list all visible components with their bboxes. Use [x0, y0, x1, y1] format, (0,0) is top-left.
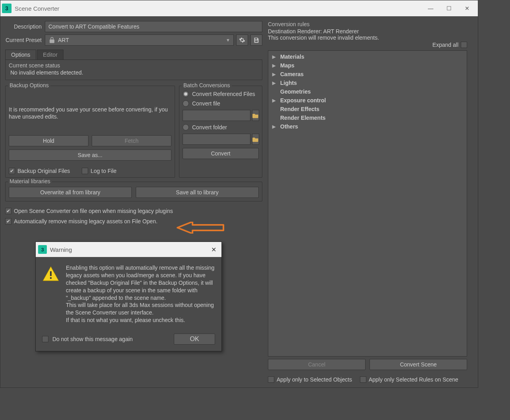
browse-file-button[interactable] [252, 110, 259, 121]
svg-rect-1 [50, 277, 52, 279]
dialog-text-1: Enabling this option will automatically … [66, 264, 215, 301]
tab-options[interactable]: Options [5, 50, 36, 59]
convert-folder-path[interactable] [183, 134, 250, 145]
expand-arrow-icon: ▶ [272, 98, 277, 103]
backup-original-checkbox[interactable] [9, 168, 15, 174]
svg-rect-0 [50, 271, 52, 276]
convert-file-path[interactable] [183, 110, 250, 121]
maximize-button[interactable]: ☐ [440, 2, 458, 14]
status-text: No invalid elements detected. [9, 69, 259, 77]
tab-editor[interactable]: Editor [37, 50, 64, 59]
tree-item[interactable]: ▶Cameras [270, 70, 465, 79]
tree-item-label: Lights [280, 80, 297, 86]
convert-button[interactable]: Convert [183, 148, 259, 159]
tree-item-label: Materials [280, 54, 304, 60]
close-button[interactable]: ✕ [458, 2, 476, 14]
dialog-text-2: This will take place for all 3ds Max ses… [66, 301, 215, 316]
convert-scene-button[interactable]: Convert Scene [370, 359, 467, 370]
titlebar: 3 Scene Converter — ☐ ✕ [0, 0, 478, 16]
rules-note: This conversion will remove invalid elem… [268, 35, 467, 41]
auto-remove-checkbox[interactable] [5, 218, 12, 224]
window-title: Scene Converter [15, 5, 421, 12]
expand-all-checkbox[interactable] [461, 42, 467, 48]
expand-arrow-icon: ▶ [272, 81, 277, 86]
batch-title: Batch Conversions [182, 82, 232, 88]
apply-selected-rules-checkbox[interactable] [360, 376, 366, 383]
right-panel: Conversion rules Destination Renderer: A… [268, 21, 467, 383]
folder-icon [252, 113, 259, 118]
gear-icon [239, 37, 245, 43]
status-title: Current scene status [9, 62, 259, 69]
save-as-button[interactable]: Save as... [9, 150, 171, 161]
dont-show-label: Do not show this message again [52, 336, 133, 342]
tree-item-label: Maps [280, 62, 294, 69]
tree-item-label: Render Elements [280, 115, 325, 121]
browse-folder-button[interactable] [252, 134, 259, 145]
save-library-button[interactable]: Save all to library [136, 187, 259, 198]
preset-select[interactable]: ART ▼ [45, 35, 234, 46]
rules-tree: ▶Materials▶Maps▶Cameras▶LightsGeometries… [268, 50, 467, 357]
backup-hint: It is recommended you save your scene be… [9, 106, 171, 120]
tree-item[interactable]: Geometries [270, 87, 465, 96]
expand-arrow-icon: ▶ [272, 124, 277, 129]
preset-value: ART [58, 37, 69, 43]
apply-selected-objects-label: Apply only to Selected Objects [277, 376, 352, 383]
tree-item[interactable]: ▶Lights [270, 79, 465, 87]
fetch-button[interactable]: Fetch [92, 135, 171, 146]
auto-remove-label: Automatically remove missing legacy asse… [14, 218, 158, 224]
dialog-title: Warning [50, 246, 208, 253]
apply-selected-objects-checkbox[interactable] [268, 376, 274, 383]
convert-referenced-radio[interactable] [183, 91, 189, 97]
warning-icon [42, 266, 60, 282]
expand-arrow-icon: ▶ [272, 63, 277, 68]
tree-item-label: Render Effects [280, 106, 319, 112]
tree-item-label: Exposure control [280, 97, 326, 104]
tree-item[interactable]: Render Effects [270, 105, 465, 113]
warning-dialog: 3 Warning ✕ Enabling this option will au… [35, 242, 222, 351]
expand-arrow-icon: ▶ [272, 54, 277, 59]
hold-button[interactable]: Hold [9, 135, 89, 146]
save-icon [253, 37, 260, 43]
expand-arrow-icon: ▶ [272, 72, 277, 77]
dont-show-checkbox[interactable] [42, 336, 48, 342]
convert-file-radio[interactable] [183, 100, 189, 107]
tree-item[interactable]: ▶Maps [270, 61, 465, 70]
ok-button[interactable]: OK [174, 334, 215, 345]
tabs: Options Editor [5, 50, 262, 60]
settings-button[interactable] [236, 35, 248, 46]
description-label: Description [5, 23, 45, 30]
app-icon: 3 [38, 245, 47, 254]
dialog-titlebar: 3 Warning ✕ [36, 242, 221, 257]
tree-item[interactable]: ▶Exposure control [270, 96, 465, 105]
tree-item-label: Cameras [280, 71, 304, 77]
rules-header: Conversion rules [268, 21, 467, 27]
open-on-missing-label: Open Scene Converter on file open when m… [14, 208, 173, 214]
tree-item[interactable]: ▶Others [270, 122, 465, 131]
convert-referenced-label: Convert Referenced Files [192, 91, 255, 97]
cancel-button[interactable]: Cancel [268, 359, 366, 370]
dialog-close-button[interactable]: ✕ [208, 246, 219, 253]
expand-all-label: Expand all [433, 42, 458, 48]
convert-folder-label: Convert folder [192, 124, 227, 130]
dialog-text-3: If that is not what you want, please unc… [66, 316, 215, 324]
minimize-button[interactable]: — [421, 2, 440, 14]
preset-label: Current Preset [5, 37, 45, 43]
description-input[interactable] [45, 21, 262, 32]
apply-selected-rules-label: Apply only Selected Rules on Scene [369, 376, 458, 383]
folder-icon [252, 136, 259, 142]
log-to-file-checkbox[interactable] [82, 168, 88, 174]
overwrite-library-button[interactable]: Overwrite all from library [9, 187, 132, 198]
tree-item-label: Geometries [280, 88, 311, 95]
open-on-missing-checkbox[interactable] [5, 208, 12, 214]
tree-item[interactable]: Render Elements [270, 113, 465, 122]
tree-item[interactable]: ▶Materials [270, 52, 465, 61]
convert-file-label: Convert file [192, 100, 220, 107]
save-preset-button[interactable] [250, 35, 262, 46]
tree-item-label: Others [280, 123, 298, 130]
lock-icon [48, 36, 56, 44]
log-to-file-label: Log to File [90, 168, 116, 174]
app-icon: 3 [2, 4, 12, 13]
backup-original-label: Backup Original Files [17, 168, 70, 174]
rules-dest: Destination Renderer: ART Renderer [268, 28, 467, 35]
convert-folder-radio[interactable] [183, 124, 189, 130]
